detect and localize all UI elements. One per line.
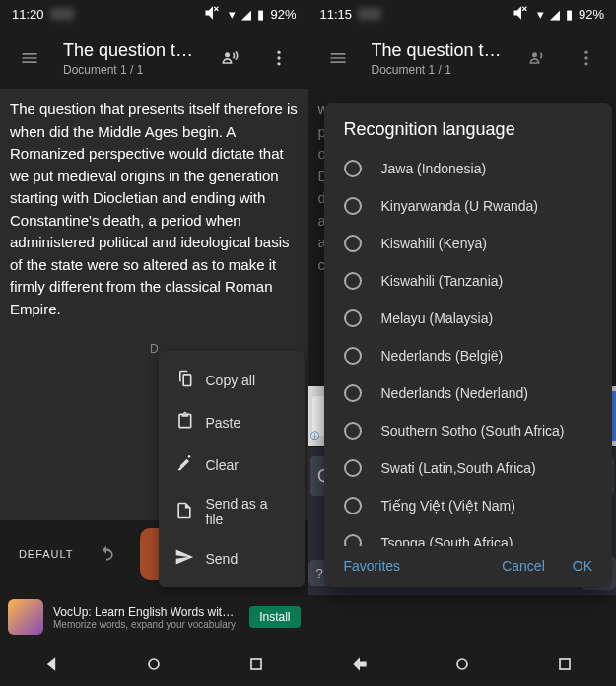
status-right: ▾ ◢ ▮ 92% <box>203 3 296 26</box>
battery-pct: 92% <box>579 7 604 22</box>
radio-icon <box>344 309 362 327</box>
radio-icon <box>344 272 362 290</box>
lang-item[interactable]: Jawa (Indonesia) <box>324 150 613 187</box>
app-header: The question that presen... Document 1 /… <box>0 28 308 89</box>
ad-subtitle: Memorize words, expand your vocabulary <box>53 619 240 630</box>
menu-copy-all[interactable]: Copy all <box>159 359 305 401</box>
ad-title: VocUp: Learn English Words with Flashcar… <box>53 605 240 619</box>
default-label[interactable]: DEFAULT <box>19 548 74 560</box>
hamburger-icon[interactable] <box>14 42 45 74</box>
nav-recents-icon[interactable] <box>246 654 266 678</box>
lang-item[interactable]: Nederlands (Nederland) <box>324 375 613 412</box>
menu-send-file[interactable]: Send as a file <box>159 486 305 537</box>
wifi-icon: ▾ <box>229 7 236 22</box>
svg-point-1 <box>277 51 280 54</box>
svg-point-9 <box>532 52 537 57</box>
svg-rect-8 <box>251 659 261 669</box>
radio-icon <box>344 459 362 477</box>
battery-icon: ▮ <box>566 7 573 22</box>
dictation-icon[interactable] <box>521 42 553 74</box>
radio-icon <box>344 384 362 402</box>
menu-label: Copy all <box>206 373 256 388</box>
silent-icon <box>203 3 223 26</box>
status-time: 11:20 <box>12 7 44 22</box>
document-counter: Document 1 / 1 <box>372 63 505 77</box>
radio-icon <box>344 497 362 514</box>
signal-icon: ◢ <box>550 7 560 22</box>
language-modal: Recognition language Jawa (Indonesia) Ki… <box>324 103 613 587</box>
svg-point-10 <box>584 51 587 54</box>
app-header: The question that presen... Document 1 /… <box>308 28 617 89</box>
lang-item[interactable]: Kiswahili (Tanzania) <box>324 262 613 300</box>
screen-right: 11:15 ▾ ◢ ▮ 92% The question that presen… <box>308 0 617 686</box>
radio-icon <box>344 534 362 546</box>
document-counter: Document 1 / 1 <box>63 63 196 77</box>
nav-home-icon[interactable] <box>452 654 472 678</box>
menu-clear[interactable]: Clear <box>159 444 305 486</box>
ad-icon <box>8 599 43 635</box>
copy-icon <box>174 369 194 391</box>
brush-icon <box>174 453 194 476</box>
status-notif-blur <box>358 8 381 20</box>
status-bar: 11:15 ▾ ◢ ▮ 92% <box>308 0 617 28</box>
menu-label: Send as a file <box>206 496 289 527</box>
lang-item[interactable]: Nederlands (België) <box>324 337 613 375</box>
cancel-button[interactable]: Cancel <box>502 558 545 574</box>
file-icon <box>174 501 194 523</box>
svg-point-11 <box>584 56 587 59</box>
svg-point-0 <box>225 52 230 57</box>
undo-button[interactable] <box>91 538 122 570</box>
svg-point-2 <box>277 56 280 59</box>
lang-item[interactable]: Kiswahili (Kenya) <box>324 225 613 262</box>
status-bar: 11:20 ▾ ◢ ▮ 92% <box>0 0 308 28</box>
document-text-area[interactable]: The question that presents itself theref… <box>0 89 308 330</box>
status-time: 11:15 <box>320 7 353 22</box>
lang-item[interactable]: Southern Sotho (South Africa) <box>324 412 613 449</box>
battery-pct: 92% <box>270 7 296 22</box>
lang-item[interactable]: Tsonga (South Africa) <box>324 524 613 546</box>
wifi-icon: ▾ <box>537 7 544 22</box>
menu-send[interactable]: Send <box>159 537 305 580</box>
lang-item[interactable]: Swati (Latin,South Africa) <box>324 449 613 487</box>
radio-icon <box>344 235 362 252</box>
dictation-icon[interactable] <box>214 42 245 74</box>
hamburger-icon[interactable] <box>322 42 354 74</box>
svg-point-7 <box>149 659 159 669</box>
menu-label: Send <box>206 551 239 567</box>
screen-left: 11:20 ▾ ◢ ▮ 92% The question that presen… <box>0 0 308 686</box>
android-nav-bar <box>308 647 617 686</box>
ad-label: ⓘ <box>308 429 321 444</box>
menu-paste[interactable]: Paste <box>159 401 305 444</box>
document-text: The question that presents itself theref… <box>10 99 299 320</box>
favorites-button[interactable]: Favorites <box>344 558 401 574</box>
menu-label: Paste <box>206 415 241 431</box>
ad-banner[interactable]: VocUp: Learn English Words with Flashcar… <box>0 587 308 647</box>
more-icon[interactable] <box>571 42 602 74</box>
modal-title: Recognition language <box>324 103 613 150</box>
svg-point-3 <box>277 62 280 65</box>
context-menu: Copy all Paste Clear Send as a file Send <box>159 351 305 587</box>
status-notif-blur <box>50 8 74 20</box>
language-list: Jawa (Indonesia) Kinyarwanda (U Rwanda) … <box>324 150 613 546</box>
radio-icon <box>344 422 362 440</box>
nav-home-icon[interactable] <box>144 654 164 678</box>
lang-item[interactable]: Melayu (Malaysia) <box>324 300 613 337</box>
radio-icon <box>344 197 362 215</box>
lang-item[interactable]: Tiếng Việt (Việt Nam) <box>324 487 613 524</box>
lang-item[interactable]: Kinyarwanda (U Rwanda) <box>324 187 613 225</box>
radio-icon <box>344 347 362 365</box>
nav-recents-icon[interactable] <box>555 654 575 678</box>
signal-icon: ◢ <box>241 7 251 22</box>
radio-icon <box>344 160 362 177</box>
nav-back-icon[interactable] <box>41 654 61 678</box>
more-icon[interactable] <box>263 42 295 74</box>
document-title: The question that presen... <box>372 40 505 61</box>
status-right: ▾ ◢ ▮ 92% <box>512 3 604 26</box>
nav-back-icon[interactable] <box>350 654 370 678</box>
paste-icon <box>174 411 194 434</box>
install-button[interactable]: Install <box>249 606 300 628</box>
menu-label: Clear <box>206 457 239 473</box>
send-icon <box>174 547 194 570</box>
ok-button[interactable]: OK <box>573 558 592 574</box>
silent-icon <box>512 3 531 26</box>
